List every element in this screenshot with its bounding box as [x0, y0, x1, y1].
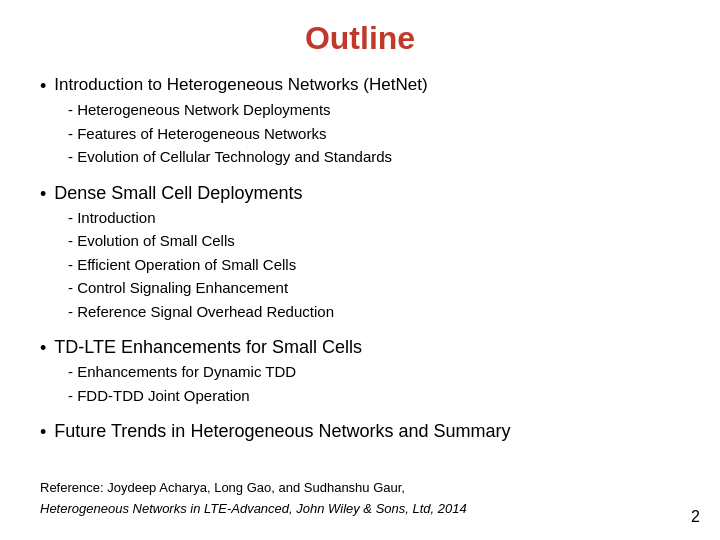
- bullet-symbol-3: •: [40, 338, 46, 359]
- bullet-text-3: TD-LTE Enhancements for Small Cells: [54, 337, 362, 358]
- slide-container: Outline • Introduction to Heterogeneous …: [0, 0, 720, 540]
- footer-text: Reference: Joydeep Acharya, Long Gao, an…: [40, 478, 680, 520]
- sub-item-2-5: - Reference Signal Overhead Reduction: [68, 301, 680, 324]
- bullet-text-4: Future Trends in Heterogeneous Networks …: [54, 421, 510, 442]
- sub-item-2-1: - Introduction: [68, 207, 680, 230]
- footer: Reference: Joydeep Acharya, Long Gao, an…: [40, 468, 680, 520]
- sub-items-1: - Heterogeneous Network Deployments - Fe…: [68, 99, 680, 169]
- bullet-text-1: Introduction to Heterogeneous Networks (…: [54, 75, 427, 95]
- content-area: • Introduction to Heterogeneous Networks…: [40, 75, 680, 468]
- sub-item-3-2: - FDD-TDD Joint Operation: [68, 385, 680, 408]
- bullet-symbol-1: •: [40, 76, 46, 97]
- slide-title: Outline: [40, 20, 680, 57]
- bullet-text-2: Dense Small Cell Deployments: [54, 183, 302, 204]
- bullet-main-2: • Dense Small Cell Deployments: [40, 183, 680, 205]
- bullet-symbol-2: •: [40, 184, 46, 205]
- section-2: • Dense Small Cell Deployments - Introdu…: [40, 183, 680, 328]
- sub-item-2-2: - Evolution of Small Cells: [68, 230, 680, 253]
- footer-line2: Heterogeneous Networks in LTE-Advanced, …: [40, 501, 467, 516]
- sub-item-1-1: - Heterogeneous Network Deployments: [68, 99, 680, 122]
- bullet-main-1: • Introduction to Heterogeneous Networks…: [40, 75, 680, 97]
- section-4: • Future Trends in Heterogeneous Network…: [40, 421, 680, 445]
- bullet-main-3: • TD-LTE Enhancements for Small Cells: [40, 337, 680, 359]
- sub-item-3-1: - Enhancements for Dynamic TDD: [68, 361, 680, 384]
- sub-item-1-2: - Features of Heterogeneous Networks: [68, 123, 680, 146]
- sub-items-2: - Introduction - Evolution of Small Cell…: [68, 207, 680, 324]
- section-1: • Introduction to Heterogeneous Networks…: [40, 75, 680, 173]
- bullet-main-4: • Future Trends in Heterogeneous Network…: [40, 421, 680, 443]
- sub-item-1-3: - Evolution of Cellular Technology and S…: [68, 146, 680, 169]
- bullet-symbol-4: •: [40, 422, 46, 443]
- page-number: 2: [691, 508, 700, 526]
- footer-line1: Reference: Joydeep Acharya, Long Gao, an…: [40, 480, 405, 495]
- sub-item-2-3: - Efficient Operation of Small Cells: [68, 254, 680, 277]
- sub-items-3: - Enhancements for Dynamic TDD - FDD-TDD…: [68, 361, 680, 407]
- sub-item-2-4: - Control Signaling Enhancement: [68, 277, 680, 300]
- section-3: • TD-LTE Enhancements for Small Cells - …: [40, 337, 680, 411]
